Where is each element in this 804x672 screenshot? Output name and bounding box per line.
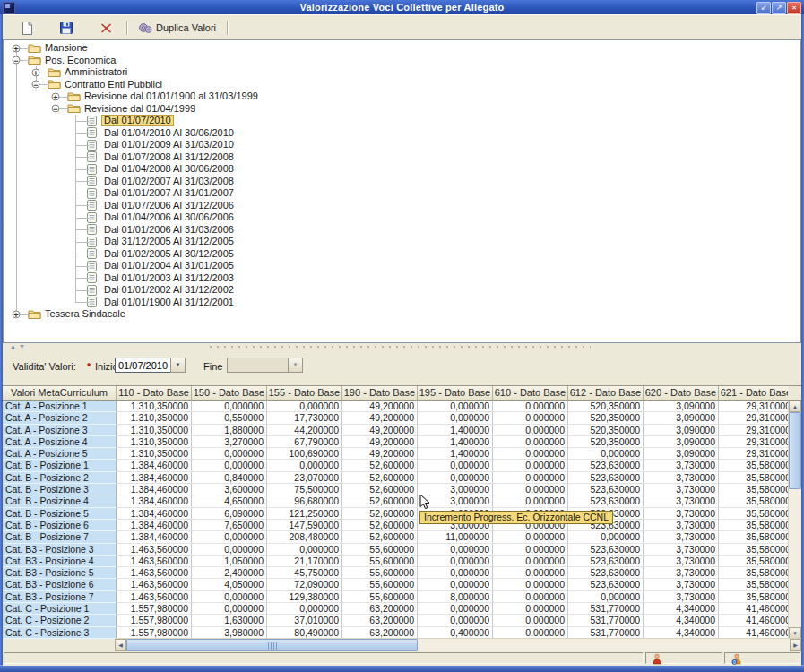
cell[interactable]: 4,650000 xyxy=(192,495,267,507)
cell[interactable]: 3,980000 xyxy=(192,627,267,639)
cell[interactable]: 23,070000 xyxy=(267,472,342,484)
cell[interactable]: 2,490000 xyxy=(192,567,267,579)
cell[interactable]: 0,000000 xyxy=(418,472,493,484)
tree-node[interactable]: Dal 01/01/2007 Al 31/01/2007 xyxy=(4,187,800,200)
cell[interactable]: 1,400000 xyxy=(418,425,493,436)
cell[interactable]: 21,170000 xyxy=(267,556,342,567)
column-header[interactable]: 621 - Dato Base xyxy=(719,386,788,401)
cell[interactable]: 0,000000 xyxy=(192,460,267,471)
cell[interactable]: 1,400000 xyxy=(418,436,493,448)
cell[interactable]: 52,600000 xyxy=(342,495,418,507)
tree-node[interactable]: Dal 01/01/2004 Al 31/01/2005 xyxy=(4,260,800,272)
cell[interactable]: 1.463,560000 xyxy=(117,544,192,556)
cell[interactable]: 35,580000 xyxy=(719,472,788,484)
cell[interactable]: 3,730000 xyxy=(644,531,719,543)
cell[interactable]: 4,340000 xyxy=(644,615,719,626)
scroll-right-icon[interactable]: ▶ xyxy=(790,639,801,651)
cell[interactable]: 7,650000 xyxy=(192,520,267,531)
cell[interactable]: 35,580000 xyxy=(719,460,788,471)
scroll-up-icon[interactable]: ▲ xyxy=(789,401,801,412)
cell[interactable]: 3,730000 xyxy=(644,460,719,471)
cell[interactable]: 0,000000 xyxy=(192,531,267,543)
fine-date-input[interactable] xyxy=(227,358,290,373)
tree-node[interactable]: +Amministratori xyxy=(4,66,800,79)
cell[interactable]: 49,200000 xyxy=(342,425,418,436)
cell[interactable]: 55,600000 xyxy=(342,579,418,590)
cell[interactable]: 45,750000 xyxy=(267,567,342,579)
cell[interactable]: 3,730000 xyxy=(644,495,719,507)
cell[interactable]: 63,200000 xyxy=(342,627,418,639)
cell[interactable]: 523,630000 xyxy=(568,495,644,507)
cell[interactable]: 6,090000 xyxy=(192,508,267,520)
cell[interactable]: 44,200000 xyxy=(267,425,342,436)
cell[interactable]: 29,310000 xyxy=(719,401,788,412)
cell[interactable]: 52,600000 xyxy=(342,484,418,495)
cell[interactable]: 1,400000 xyxy=(418,448,493,460)
cell[interactable]: 35,580000 xyxy=(719,508,788,520)
cell[interactable]: 63,200000 xyxy=(342,615,418,626)
tree-node[interactable]: Dal 01/07/2010 xyxy=(4,115,800,127)
tree-node[interactable]: Dal 01/07/2008 Al 31/12/2008 xyxy=(4,151,800,164)
cell[interactable]: 0,000000 xyxy=(418,544,493,556)
column-header[interactable]: Valori MetaCurriculum xyxy=(3,386,117,401)
cell[interactable]: 1.310,350000 xyxy=(117,425,192,436)
cell[interactable]: 1.310,350000 xyxy=(117,401,192,412)
cell[interactable]: 49,200000 xyxy=(342,401,418,412)
cell[interactable]: 29,310000 xyxy=(719,436,788,448)
horizontal-scrollbar[interactable]: ◀ ▶ xyxy=(115,638,801,651)
cell[interactable]: 1.310,350000 xyxy=(117,436,192,448)
cell[interactable]: 52,600000 xyxy=(342,520,418,531)
cell[interactable]: 4,050000 xyxy=(192,579,267,590)
cell[interactable]: 0,000000 xyxy=(493,401,568,412)
cell[interactable]: 520,350000 xyxy=(568,401,644,412)
tree-node[interactable]: +Mansione xyxy=(4,42,800,55)
cell[interactable]: 3,730000 xyxy=(644,567,719,579)
cell[interactable]: 80,490000 xyxy=(267,627,342,639)
tree-node[interactable]: Dal 01/07/2006 Al 31/12/2006 xyxy=(4,200,800,212)
cell[interactable]: 0,000000 xyxy=(493,627,568,639)
cell[interactable]: 0,000000 xyxy=(493,567,568,579)
cell[interactable]: 63,200000 xyxy=(342,603,418,615)
tree-node[interactable]: Dal 01/01/2006 Al 31/03/2006 xyxy=(4,224,800,237)
cell[interactable]: 1,880000 xyxy=(192,425,267,436)
column-header[interactable]: 155 - Dato Base xyxy=(267,386,342,401)
cell[interactable]: 0,000000 xyxy=(267,460,342,471)
cell[interactable]: 96,680000 xyxy=(267,495,342,507)
tree-node[interactable]: Dal 01/01/1900 Al 31/12/2001 xyxy=(4,297,800,309)
column-header[interactable]: 150 - Dato Base xyxy=(192,386,267,401)
column-header[interactable]: 110 - Dato Base xyxy=(117,386,192,401)
tree-node[interactable]: Dal 01/04/2006 Al 30/06/2006 xyxy=(4,211,800,224)
cell[interactable]: 55,600000 xyxy=(342,544,418,556)
cell[interactable]: 52,600000 xyxy=(342,531,418,543)
cell[interactable]: 0,000000 xyxy=(568,448,644,460)
cell[interactable]: 1.384,460000 xyxy=(117,484,192,495)
cell[interactable]: 0,550000 xyxy=(192,412,267,424)
cell[interactable]: 3,730000 xyxy=(644,508,719,520)
cell[interactable]: 4,340000 xyxy=(644,603,719,615)
cell[interactable]: 0,000000 xyxy=(493,591,568,603)
cell[interactable]: 17,730000 xyxy=(267,412,342,424)
cell[interactable]: 3,730000 xyxy=(644,472,719,484)
vertical-scrollbar[interactable]: ▲ ▼ xyxy=(788,401,801,639)
user-info-icon[interactable]: 0 xyxy=(731,653,743,665)
user-red-icon[interactable] xyxy=(652,653,662,665)
cell[interactable]: 49,200000 xyxy=(342,436,418,448)
cell[interactable]: 1.384,460000 xyxy=(117,472,192,484)
cell[interactable]: 3,730000 xyxy=(644,556,719,567)
cell[interactable]: 1.463,560000 xyxy=(117,591,192,603)
vertical-scroll-thumb[interactable] xyxy=(789,412,801,489)
cell[interactable]: 531,770000 xyxy=(568,603,644,615)
cell[interactable]: 1.384,460000 xyxy=(117,520,192,531)
cell[interactable]: 37,010000 xyxy=(267,615,342,626)
cell[interactable]: 0,000000 xyxy=(418,603,493,615)
column-header[interactable]: 610 - Dato Base xyxy=(493,386,568,401)
cell[interactable]: 0,000000 xyxy=(493,603,568,615)
cell[interactable]: 3,600000 xyxy=(192,484,267,495)
expand-icon[interactable]: + xyxy=(13,44,21,52)
cell[interactable]: 523,630000 xyxy=(568,556,644,567)
tree-node[interactable]: +Revisione dal 01/01/1900 al 31/03/1999 xyxy=(4,90,800,103)
tree-node[interactable]: Dal 01/02/2005 Al 30/12/2005 xyxy=(4,248,800,261)
cell[interactable]: 0,400000 xyxy=(418,627,493,639)
cell[interactable]: 3,090000 xyxy=(644,436,719,448)
cell[interactable]: 3,090000 xyxy=(644,425,719,436)
